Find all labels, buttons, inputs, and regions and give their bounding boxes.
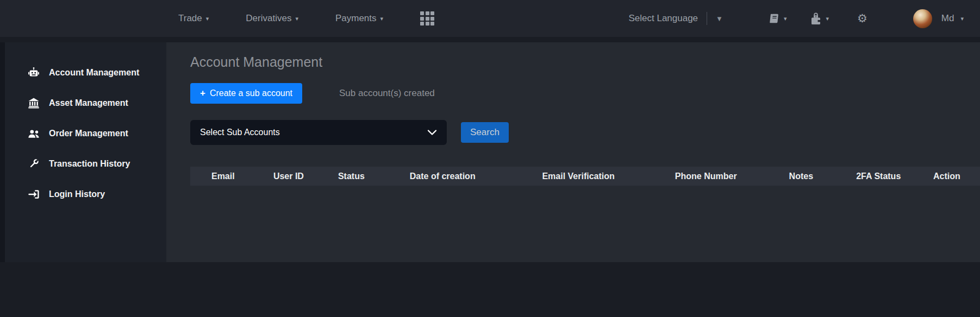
col-date-of-creation: Date of creation — [382, 167, 504, 186]
sidebar-item-label: Transaction History — [49, 159, 130, 169]
col-2fa-status: 2FA Status — [844, 167, 914, 186]
avatar — [913, 9, 932, 28]
sidebar-item-label: Login History — [49, 189, 105, 199]
caret-down-icon: ▾ — [206, 16, 209, 22]
top-navbar: Trade ▾ Derivatives ▾ Payments ▾ Select … — [0, 0, 980, 37]
caret-down-icon: ▾ — [380, 16, 384, 22]
user-menu[interactable]: Md ▾ — [913, 9, 964, 28]
caret-down-icon: ▾ — [784, 16, 787, 22]
apps-grid-icon[interactable] — [420, 11, 434, 26]
sub-accounts-table: Email User ID Status Date of creation Em… — [190, 167, 980, 186]
page-gap — [0, 37, 980, 42]
sidebar-item-account-management[interactable]: Account Management — [5, 58, 166, 88]
menu-payments[interactable]: Payments ▾ — [335, 13, 383, 24]
sub-accounts-select[interactable]: Select Sub Accounts — [190, 120, 447, 145]
search-button[interactable]: Search — [461, 122, 509, 143]
sub-accounts-select-value: Select Sub Accounts — [200, 128, 427, 137]
menu-derivatives-label: Derivatives — [246, 13, 291, 24]
triangle-down-icon: ▼ — [716, 15, 723, 23]
book-icon — [769, 12, 781, 24]
sidebar-item-order-management[interactable]: Order Management — [5, 118, 166, 149]
col-email: Email — [190, 167, 256, 186]
sidebar-item-label: Asset Management — [49, 98, 128, 108]
wrench-icon — [27, 158, 41, 170]
language-selector[interactable]: Select Language ▼ — [628, 12, 722, 25]
sub-accounts-created-note: Sub account(s) created — [339, 88, 435, 99]
users-icon — [27, 128, 41, 140]
caret-down-icon: ▾ — [295, 16, 298, 22]
robot-icon — [27, 67, 41, 79]
caret-down-icon: ▾ — [826, 16, 829, 22]
user-name: Md — [941, 13, 954, 24]
bottom-strip — [0, 262, 980, 317]
sidebar-item-login-history[interactable]: Login History — [5, 179, 166, 210]
wallet-menu[interactable]: ▾ — [809, 11, 829, 26]
col-notes: Notes — [759, 167, 843, 186]
caret-down-icon: ▾ — [960, 16, 964, 22]
menu-derivatives[interactable]: Derivatives ▾ — [246, 13, 298, 24]
main-content: Account Management + Create a sub accoun… — [166, 42, 980, 262]
create-sub-account-label: Create a sub account — [210, 88, 292, 98]
menu-trade-label: Trade — [178, 13, 202, 24]
menu-payments-label: Payments — [335, 13, 377, 24]
language-label: Select Language — [628, 13, 698, 24]
col-phone-number: Phone Number — [653, 167, 759, 186]
sidebar-item-label: Account Management — [49, 68, 139, 78]
col-action: Action — [914, 167, 980, 186]
page-title: Account Management — [190, 54, 980, 70]
table-header-row: Email User ID Status Date of creation Em… — [190, 167, 980, 186]
navbar-right: Select Language ▼ ▾ — [628, 9, 980, 28]
sidebar: Account Management Asset Management — [0, 42, 166, 262]
settings-button[interactable]: ⚙ — [857, 13, 867, 24]
sidebar-item-asset-management[interactable]: Asset Management — [5, 88, 166, 118]
navbar-menus: Trade ▾ Derivatives ▾ Payments ▾ — [0, 11, 434, 26]
sidebar-item-label: Order Management — [49, 129, 128, 138]
menu-trade[interactable]: Trade ▾ — [178, 13, 209, 24]
wallet-lock-icon — [809, 11, 822, 26]
col-user-id: User ID — [256, 167, 322, 186]
orders-book-menu[interactable]: ▾ — [769, 12, 787, 24]
divider — [707, 12, 707, 25]
plus-icon: + — [200, 88, 205, 99]
col-status: Status — [321, 167, 381, 186]
sign-in-icon — [27, 188, 41, 200]
col-email-verification: Email Verification — [504, 167, 653, 186]
create-sub-account-button[interactable]: + Create a sub account — [190, 83, 302, 104]
gear-icon: ⚙ — [857, 13, 867, 24]
sidebar-item-transaction-history[interactable]: Transaction History — [5, 149, 166, 179]
chevron-down-icon — [427, 129, 437, 136]
bank-icon — [27, 97, 41, 109]
